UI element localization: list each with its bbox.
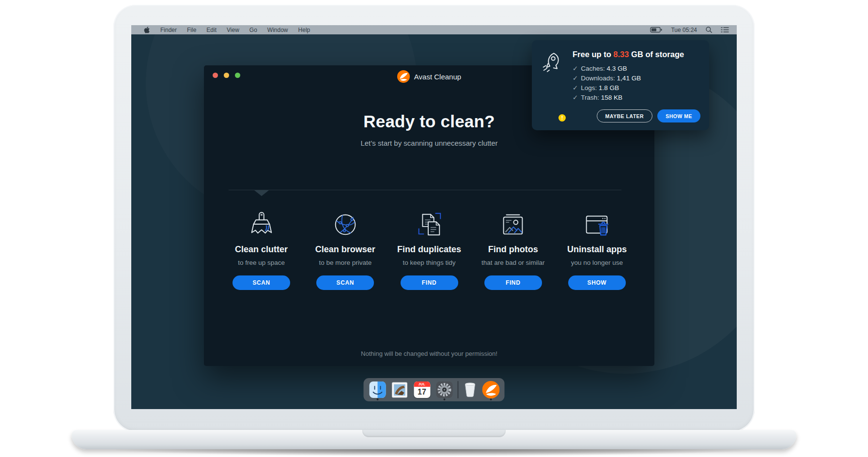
find-duplicates-button[interactable]: FIND bbox=[401, 275, 458, 290]
section-divider bbox=[229, 190, 621, 190]
window-title: Avast Cleanup bbox=[414, 73, 461, 81]
show-apps-button[interactable]: SHOW bbox=[568, 275, 626, 290]
feature-title: Find photos bbox=[471, 244, 555, 255]
menu-item-file[interactable]: File bbox=[187, 27, 196, 33]
show-me-button[interactable]: SHOW ME bbox=[657, 109, 700, 122]
feature-uninstall-apps: Uninstall apps you no longer use SHOW bbox=[555, 209, 639, 290]
dock-divider bbox=[458, 381, 459, 398]
maybe-later-button[interactable]: MAYBE LATER bbox=[597, 109, 653, 122]
laptop-base bbox=[72, 430, 796, 449]
notification-title: Free up to 8.33 GB of storage bbox=[573, 50, 700, 59]
calendar-month: JUL bbox=[414, 381, 430, 387]
feature-title: Uninstall apps bbox=[555, 244, 639, 255]
dock-avast-icon[interactable] bbox=[482, 378, 500, 401]
photos-icon bbox=[471, 209, 555, 240]
feature-title: Clean clutter bbox=[219, 244, 303, 255]
globe-icon bbox=[303, 209, 387, 240]
check-icon: ✓ bbox=[573, 84, 578, 91]
search-icon[interactable] bbox=[705, 26, 713, 33]
menu-clock[interactable]: Tue 05:24 bbox=[671, 27, 697, 33]
feature-subtitle: to keep things tidy bbox=[387, 259, 471, 266]
feature-title: Clean browser bbox=[303, 244, 387, 255]
desktop-screen: Finder File Edit View Go Window Help Tue… bbox=[131, 25, 737, 409]
feature-find-duplicates: Find duplicates to keep things tidy FIND bbox=[387, 209, 471, 290]
battery-icon[interactable] bbox=[650, 27, 663, 33]
notification-actions: MAYBE LATER SHOW ME bbox=[573, 109, 700, 122]
check-icon: ✓ bbox=[573, 65, 578, 72]
uninstall-icon bbox=[555, 209, 639, 240]
scan-browser-button[interactable]: SCAN bbox=[316, 275, 374, 290]
running-indicator bbox=[443, 398, 445, 400]
notification-center-icon[interactable] bbox=[721, 27, 729, 33]
menu-item-window[interactable]: Window bbox=[267, 27, 288, 33]
menu-item-go[interactable]: Go bbox=[249, 27, 257, 33]
calendar-day: 17 bbox=[414, 387, 430, 398]
laptop-mockup: Finder File Edit View Go Window Help Tue… bbox=[0, 0, 868, 457]
running-indicator bbox=[490, 398, 492, 400]
feature-clean-browser: Clean browser to be more private SCAN bbox=[303, 209, 387, 290]
avast-logo-icon bbox=[397, 70, 410, 83]
running-indicator bbox=[376, 398, 378, 400]
storage-notification-popup: ! Free up to 8.33 GB of storage ✓Caches:… bbox=[532, 40, 709, 130]
feature-row: Clean clutter to free up space SCAN bbox=[219, 209, 639, 290]
feature-find-photos: Find photos that are bad or similar FIND bbox=[471, 209, 555, 290]
cleanup-summary-list: ✓Caches: 4.3 GB ✓Downloads: 1,41 GB ✓Log… bbox=[573, 64, 700, 103]
check-icon: ✓ bbox=[573, 75, 578, 82]
duplicates-icon bbox=[387, 209, 471, 240]
feature-subtitle: to free up space bbox=[219, 259, 303, 266]
menu-item-view[interactable]: View bbox=[227, 27, 239, 33]
permission-note: Nothing will be changed without your per… bbox=[204, 350, 654, 357]
macos-menu-bar: Finder File Edit View Go Window Help Tue… bbox=[131, 25, 737, 34]
dock-trash-icon[interactable] bbox=[463, 378, 478, 401]
menu-item-edit[interactable]: Edit bbox=[206, 27, 217, 33]
rocket-icon: ! bbox=[540, 50, 567, 122]
scan-clutter-button[interactable]: SCAN bbox=[232, 275, 290, 290]
divider-pointer bbox=[254, 190, 269, 196]
check-icon: ✓ bbox=[573, 94, 578, 101]
macos-dock: JUL 17 bbox=[364, 378, 505, 401]
feature-subtitle: you no longer use bbox=[555, 259, 639, 266]
menu-item-help[interactable]: Help bbox=[298, 27, 310, 33]
find-photos-button[interactable]: FIND bbox=[484, 275, 542, 290]
page-subtitle: Let’s start by scanning unnecessary clut… bbox=[204, 139, 654, 147]
dock-system-preferences-icon[interactable] bbox=[435, 378, 453, 401]
brush-icon bbox=[219, 209, 303, 240]
dock-mail-icon[interactable] bbox=[391, 378, 409, 401]
list-item-downloads: ✓Downloads: 1,41 GB bbox=[573, 74, 700, 83]
list-item-trash: ✓Trash: 158 KB bbox=[573, 93, 700, 103]
dock-finder-icon[interactable] bbox=[369, 378, 387, 401]
menu-item-finder[interactable]: Finder bbox=[160, 27, 177, 33]
feature-subtitle: that are bad or similar bbox=[471, 259, 555, 266]
feature-clean-clutter: Clean clutter to free up space SCAN bbox=[219, 209, 303, 290]
storage-amount: 8.33 bbox=[613, 50, 629, 59]
feature-subtitle: to be more private bbox=[303, 259, 387, 266]
list-item-caches: ✓Caches: 4.3 GB bbox=[573, 64, 700, 74]
laptop-base-notch bbox=[362, 430, 506, 437]
warning-badge-icon: ! bbox=[558, 114, 566, 122]
dock-calendar-icon[interactable]: JUL 17 bbox=[413, 378, 431, 401]
feature-title: Find duplicates bbox=[387, 244, 471, 255]
apple-menu-icon[interactable] bbox=[144, 26, 150, 33]
list-item-logs: ✓Logs: 1.8 GB bbox=[573, 83, 700, 93]
